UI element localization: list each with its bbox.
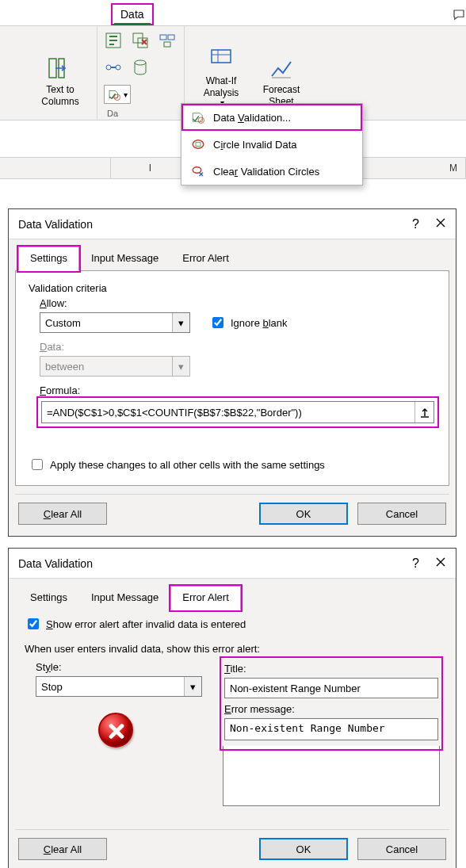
formula-input[interactable]: [42, 402, 414, 423]
title-message-highlight: Title: Error message:: [223, 660, 440, 748]
data-validation-split-button[interactable]: ▾: [104, 85, 131, 104]
show-error-alert-checkbox[interactable]: Show error alert after invalid data is e…: [25, 616, 440, 632]
show-error-alert-input[interactable]: [28, 618, 39, 629]
menu-item-label: Data Validation...: [213, 112, 291, 124]
dialog-footer: Clear All OK Cancel: [9, 830, 456, 868]
help-button[interactable]: ?: [412, 217, 419, 231]
ok-button[interactable]: OK: [259, 838, 348, 860]
dialog-title: Data Validation: [18, 218, 93, 231]
menu-item-label: Circle Invalid Data: [213, 139, 297, 151]
tab-settings[interactable]: Settings: [18, 247, 79, 271]
allow-combo[interactable]: Custom ▾: [40, 312, 190, 333]
apply-to-others-checkbox[interactable]: Apply these changes to all other cells w…: [29, 457, 436, 472]
tab-error-alert[interactable]: Error Alert: [170, 247, 241, 271]
formula-highlight: [40, 400, 436, 425]
chevron-down-icon: ▾: [184, 677, 201, 696]
show-error-alert-label: Show error alert after invalid data is e…: [46, 618, 246, 630]
ribbon-tabs: Data: [0, 0, 466, 25]
remove-duplicates-icon[interactable]: [131, 31, 150, 50]
apply-to-others-input[interactable]: [32, 459, 43, 470]
allow-value: Custom: [45, 317, 81, 329]
ribbon-tab-label: Data: [120, 8, 144, 21]
style-value: Stop: [41, 681, 63, 693]
stop-error-icon: [98, 713, 133, 748]
data-model-icon[interactable]: [131, 58, 150, 77]
consolidate-icon[interactable]: [158, 31, 177, 50]
allow-label: Allow:: [40, 297, 436, 309]
formula-field-wrap: [41, 401, 434, 423]
whatif-button[interactable]: What-If Analysis ▾: [194, 31, 248, 110]
flash-fill-icon[interactable]: [104, 31, 123, 50]
menu-item-circle-invalid[interactable]: Circle Invalid Data: [181, 131, 362, 158]
menu-item-label: Clear Validation Circles: [213, 166, 319, 178]
tab-input-message[interactable]: Input Message: [79, 586, 170, 610]
settings-panel: Validation criteria Allow: Custom ▾ Igno…: [15, 270, 449, 486]
svg-rect-7: [160, 35, 166, 40]
data-validation-icon: [191, 110, 205, 124]
menu-item-data-validation[interactable]: Data Validation...: [181, 104, 362, 131]
error-alert-panel: Show error alert after invalid data is e…: [15, 610, 449, 821]
cancel-button[interactable]: Cancel: [357, 503, 446, 525]
data-label: Data:: [40, 341, 436, 353]
dialog-tabs: Settings Input Message Error Alert: [9, 239, 456, 270]
close-button[interactable]: [435, 217, 446, 231]
comments-icon[interactable]: [452, 8, 466, 22]
cancel-button[interactable]: Cancel: [357, 838, 446, 860]
ribbon-tab-data[interactable]: Data: [111, 3, 154, 25]
text-to-columns-icon: [48, 55, 73, 81]
tab-input-message[interactable]: Input Message: [79, 247, 170, 271]
data-validation-dialog-settings: Data Validation ? Settings Input Message…: [8, 208, 456, 537]
whatif-label: What-If Analysis: [204, 75, 239, 98]
row-header-blank: [0, 157, 111, 179]
svg-rect-15: [212, 50, 231, 63]
error-message-label: Error message:: [224, 703, 438, 715]
error-message-textarea-rest[interactable]: [223, 746, 440, 806]
svg-line-14: [115, 96, 119, 100]
svg-point-10: [106, 65, 111, 70]
text-to-columns-button[interactable]: Text to Columns: [33, 31, 87, 110]
menu-item-clear-circles[interactable]: Clear Validation Circles: [181, 158, 362, 185]
dialog-footer: Clear All OK Cancel: [9, 495, 456, 536]
error-message-textarea[interactable]: [224, 718, 438, 740]
whatif-icon: [208, 47, 234, 72]
svg-rect-9: [164, 42, 170, 47]
style-combo[interactable]: Stop ▾: [36, 676, 202, 697]
chevron-down-icon: ▾: [172, 313, 189, 332]
range-picker-button[interactable]: [414, 402, 434, 423]
data-validation-menu: Data Validation... Circle Invalid Data C…: [181, 103, 363, 185]
forecast-sheet-button[interactable]: Forecast Sheet: [254, 31, 308, 110]
dialog-titlebar: Data Validation ?: [9, 549, 456, 579]
column-header-i[interactable]: I: [111, 157, 190, 179]
data-value: between: [45, 361, 84, 373]
ok-button[interactable]: OK: [259, 503, 348, 525]
dialog-titlebar: Data Validation ?: [9, 209, 456, 239]
relationships-icon[interactable]: [104, 58, 123, 77]
close-button[interactable]: [435, 556, 446, 570]
clear-circles-icon: [191, 164, 205, 178]
text-to-columns-label: Text to Columns: [41, 84, 78, 107]
data-combo: between ▾: [40, 356, 190, 377]
group-label-data-tools: Da: [107, 109, 118, 118]
style-label: Style:: [36, 661, 207, 673]
svg-point-11: [116, 65, 120, 70]
svg-point-20: [193, 140, 204, 149]
tab-settings[interactable]: Settings: [18, 586, 79, 610]
title-label: Title:: [224, 663, 438, 675]
ribbon-group-text-to-columns: Text to Columns: [24, 26, 97, 120]
dialog-title: Data Validation: [18, 557, 93, 570]
svg-rect-21: [196, 143, 201, 147]
formula-label: Formula:: [40, 384, 436, 396]
ribbon-group-data-tools: ▾ Da: [97, 26, 185, 120]
forecast-icon: [269, 55, 294, 81]
ignore-blank-checkbox[interactable]: Ignore blank: [209, 315, 288, 331]
clear-all-button[interactable]: Clear All: [18, 503, 107, 525]
clear-all-button[interactable]: Clear All: [18, 838, 107, 860]
tab-error-alert[interactable]: Error Alert: [170, 586, 241, 610]
ignore-blank-input[interactable]: [212, 317, 223, 328]
when-invalid-text: When user enters invalid data, show this…: [25, 643, 440, 655]
ribbon-area: Data Text to Columns: [0, 0, 466, 202]
apply-to-others-label: Apply these changes to all other cells w…: [50, 459, 325, 471]
error-title-input[interactable]: [224, 678, 438, 698]
help-button[interactable]: ?: [412, 556, 419, 571]
svg-rect-8: [168, 35, 174, 40]
